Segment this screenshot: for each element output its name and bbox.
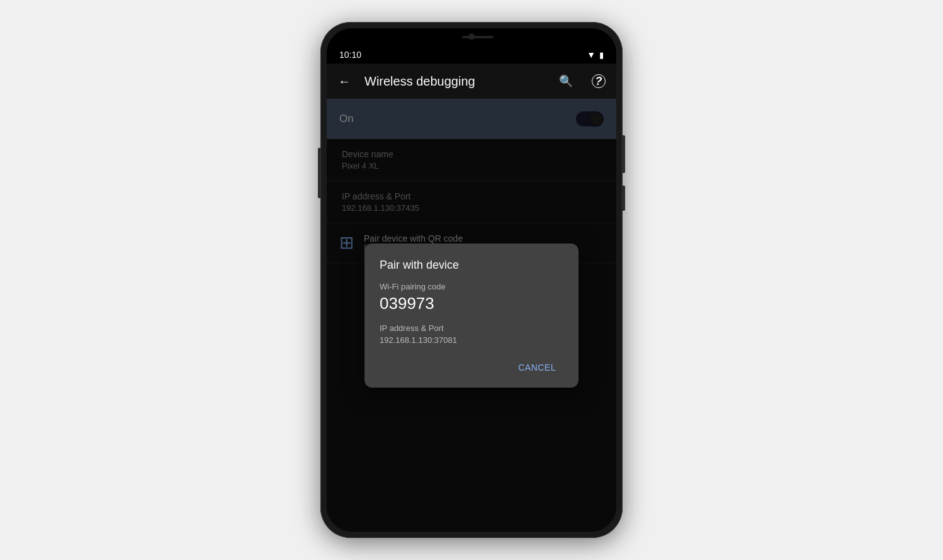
front-camera [468, 33, 475, 40]
phone-screen: 10:10 ▼ ▮ ← Wireless debugging 🔍 ? On [327, 28, 616, 532]
search-icon: 🔍 [559, 74, 573, 88]
back-button[interactable]: ← [332, 69, 357, 94]
back-arrow-icon: ← [338, 74, 351, 89]
cancel-button[interactable]: Cancel [511, 357, 563, 378]
earpiece-speaker [462, 36, 494, 38]
dialog-ip-label: IP address & Port [380, 323, 563, 333]
status-icons: ▼ ▮ [587, 50, 604, 60]
battery-icon: ▮ [599, 50, 604, 60]
wifi-code-value: 039973 [380, 294, 563, 313]
phone-frame: 10:10 ▼ ▮ ← Wireless debugging 🔍 ? On [320, 22, 623, 538]
status-bar: 10:10 ▼ ▮ [327, 46, 616, 64]
power-button [623, 135, 625, 173]
dialog-ip-value: 192.168.1.130:37081 [380, 335, 563, 345]
volume-down-button [623, 186, 625, 211]
dialog-title: Pair with device [380, 259, 563, 272]
help-icon: ? [592, 74, 606, 88]
phone-notch [327, 28, 616, 46]
wifi-icon: ▼ [587, 50, 596, 60]
screen-content: On Device name Pixel 4 XL IP address & P… [327, 99, 616, 532]
app-bar-title: Wireless debugging [364, 74, 546, 89]
wifi-code-label: Wi-Fi pairing code [380, 282, 563, 291]
dialog-overlay: Pair with device Wi-Fi pairing code 0399… [327, 99, 616, 532]
dialog-actions: Cancel [380, 357, 563, 378]
pair-with-device-dialog: Pair with device Wi-Fi pairing code 0399… [364, 244, 579, 388]
help-button[interactable]: ? [586, 69, 611, 94]
search-button[interactable]: 🔍 [553, 69, 579, 94]
volume-up-button [318, 148, 320, 198]
app-bar: ← Wireless debugging 🔍 ? [327, 64, 616, 99]
status-time: 10:10 [339, 50, 361, 60]
